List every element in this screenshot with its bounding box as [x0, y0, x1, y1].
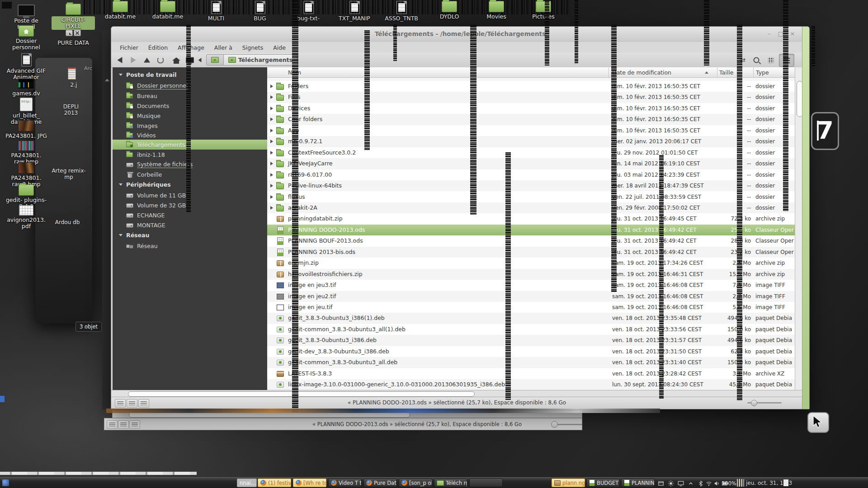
sidebar-item-syst-me-de-fichiers[interactable]: Système de fichiers	[113, 160, 267, 169]
grid-view-button[interactable]	[764, 54, 777, 66]
brightness-icon[interactable]	[668, 480, 674, 486]
file-row-gedit-3-8-3-0ubuntu3-i386-deb[interactable]: gedit_3.8.3-0ubuntu3_i386.debven. 18 oct…	[267, 335, 795, 346]
file-row-image-en-jeu3-tif[interactable]: image en jeu3.tifsam. 19 oct. 2013 16:46…	[267, 280, 795, 291]
expander-icon[interactable]	[270, 184, 273, 188]
taskbar-button-nnai[interactable]: nnai...	[237, 479, 257, 487]
menu-button[interactable]	[2, 479, 9, 486]
column-size[interactable]: Taille	[719, 69, 733, 76]
chevron-up-icon[interactable]	[688, 480, 694, 486]
close-mini-button[interactable]	[74, 30, 81, 36]
expander-icon[interactable]	[270, 107, 273, 110]
file-row-planning-2013-bis-ods[interactable]: PLANNING 2013-bis.odsjeu. 31 oct. 2013 1…	[267, 247, 795, 258]
expander-icon[interactable]	[270, 195, 273, 199]
desktop-icon-pa243801-raw-bmp[interactable]: PA243801. raw.bmp	[5, 141, 48, 165]
taskbar-button-budget-d[interactable]: BUDGET d...	[586, 479, 620, 487]
sidebar-section-p-riph-riques[interactable]: Périphériques	[119, 179, 171, 189]
sidebar-section-r-seau[interactable]: Réseau	[119, 230, 149, 240]
back-button[interactable]	[113, 54, 126, 66]
sidebar-item-volume-de-32-gb[interactable]: Volume de 32 GB	[113, 200, 267, 210]
refresh-button[interactable]	[154, 54, 167, 66]
menu-signets[interactable]: Signets	[238, 43, 267, 52]
file-row-planning-bouf-2013-ods[interactable]: PLANNING BOUF-2013.odsjeu. 31 oct. 2013 …	[267, 235, 795, 246]
file-row-hellovoillestroisfichiers-zip[interactable]: hellovoillestroisfichiers.zipsam. 19 oct…	[267, 269, 795, 280]
expander-icon[interactable]	[270, 206, 273, 210]
file-row-p4live-linux-64bits[interactable]: P4Live-linux-64bitsmer. 18 avril 2012 18…	[267, 180, 795, 191]
desktop-icon-advanced-gif-animator[interactable]: Advanced GIF Animator	[5, 53, 48, 80]
file-row-image-en-jeu-tif[interactable]: image en jeu.tifsam. 19 oct. 2013 16:46:…	[267, 302, 795, 313]
file-row-r8169-6-017-00[interactable]: r8169-6.017.00jeu. 03 mai 2012 14:23:39 …	[267, 169, 795, 180]
file-row-gedit-common-3-8-3-0ubuntu3-all-deb[interactable]: gedit-common_3.8.3-0ubuntu3_all.debven. …	[267, 357, 795, 368]
file-row-jkp-veejaycarre[interactable]: JKP-VeeJayCarrelun. 14 mai 2012 16:19:10…	[267, 158, 795, 169]
expander-icon[interactable]	[270, 129, 273, 132]
home-button[interactable]	[170, 54, 183, 66]
sidebar-section-poste-de-travail[interactable]: Poste de travail	[119, 70, 177, 80]
scrollbar-thumb[interactable]	[128, 391, 475, 397]
desktop-icon-dydlo[interactable]: DYDLO	[428, 1, 471, 20]
desktop-icon-databit-me[interactable]: databit.me	[146, 1, 189, 20]
file-row-gedit-dev-3-8-3-0ubuntu3-i386-deb[interactable]: gedit-dev_3.8.3-0ubuntu3_i386.debven. 18…	[267, 346, 795, 357]
file-row-gedit-common-3-8-3-0ubuntu3-all-1-deb[interactable]: gedit-common_3.8.3-0ubuntu3_all(1).debve…	[267, 324, 795, 335]
volume-icon[interactable]	[714, 480, 720, 486]
desktop-icon-avignon2013-pdf[interactable]: avignon2013. pdf	[5, 205, 48, 230]
file-row-app[interactable]: Appdim. 10 févr. 2013 16:50:35 CET--doss…	[267, 125, 795, 136]
expander-icon[interactable]	[270, 117, 273, 121]
column-date[interactable]: Date de modification	[612, 69, 671, 76]
expander-icon[interactable]	[270, 84, 273, 88]
window-icon[interactable]	[658, 480, 664, 486]
taskbar-button-item[interactable]	[469, 479, 503, 487]
places-toggle-button[interactable]	[107, 420, 118, 429]
taskbar-button-video-t-tor[interactable]: Video T tor...	[328, 479, 362, 487]
desktop-icon-databit-me[interactable]: databit.me	[99, 1, 142, 20]
sidebar-item-documents[interactable]: Documents	[113, 101, 267, 111]
zoom-slider-knob[interactable]	[751, 400, 757, 406]
window-titlebar[interactable]: Téléchargements - /home/lepole/Télécharg…	[111, 27, 809, 42]
file-row-files[interactable]: Filesdim. 10 févr. 2013 16:50:35 CET--do…	[267, 92, 795, 103]
desktop-icon-multi[interactable]: MULTI	[194, 1, 238, 22]
sidebar-item-r-seau[interactable]: Réseau	[113, 241, 267, 251]
column-name[interactable]: Nom	[288, 69, 301, 76]
sidebar-item-vid-os[interactable]: Vidéos	[113, 130, 267, 140]
taskbar-button-planning[interactable]: PLANNING	[621, 479, 655, 487]
desktop-icon-games-dv[interactable]: games.dv	[5, 79, 48, 97]
file-row-aorakit-2a[interactable]: aorakit-2Aven. 29 févr. 2008 17:50:02 CE…	[267, 202, 795, 213]
taskbar-button-t-l-ch-rge[interactable]: Téléch rge...	[434, 479, 467, 487]
desktop-icon-movies[interactable]: Movies	[475, 1, 518, 20]
close-button[interactable]: ×	[788, 29, 797, 38]
background-window-hscrollbar[interactable]	[112, 410, 582, 418]
file-row-linux-image-3-10-0-031000-generic-3-10-0-031000-201306301935-i386-deb[interactable]: linux-image-3.10.0-031000-generic_3.10.0…	[267, 379, 795, 390]
file-row-planningdatabit-zip[interactable]: planningdatabit.zipjeu. 31 oct. 2013 16:…	[267, 213, 795, 224]
desktop-icon-txt-manip[interactable]: TXT_MANIP	[333, 1, 376, 22]
file-row-devices[interactable]: Devicesdim. 10 févr. 2013 16:50:35 CET--…	[267, 103, 795, 114]
expander-icon[interactable]	[270, 173, 273, 177]
bluetooth-icon[interactable]	[698, 480, 704, 486]
zoom-slider-track[interactable]	[557, 424, 582, 425]
sidebar-item-montage[interactable]: MONTAGE	[113, 220, 267, 230]
path-scroll-left-button[interactable]	[196, 54, 203, 66]
computer-button[interactable]	[184, 54, 196, 66]
taskbar-button-wh-re-to[interactable]: [Wh re to ...	[293, 479, 326, 487]
sidebar-item-dossier-personnel[interactable]: Dossier personnel	[113, 81, 267, 91]
treeview-toggle-button[interactable]	[118, 420, 129, 429]
sidebar-item-t-l-chargements[interactable]: Téléchargements	[113, 140, 267, 150]
desktop-icon-pa243801-jpg[interactable]: PA243801. JPG	[5, 120, 48, 139]
sidebar-item-musique[interactable]: Musique	[113, 111, 267, 121]
restore-mini-button[interactable]	[66, 30, 73, 36]
expander-icon[interactable]	[270, 140, 273, 143]
desktop-icon-dossier-personnel[interactable]: Dossier personnel	[5, 25, 48, 51]
sidebar-item-bureau[interactable]: Bureau	[113, 91, 267, 101]
file-row-encmjn-zip[interactable]: encmjn.zipsam. 19 oct. 2013 17:34:26 CES…	[267, 258, 795, 268]
info-toggle-button[interactable]	[129, 420, 140, 429]
taskbar-button-1-festival[interactable]: (1) festival...	[258, 479, 291, 487]
desktop-icon-circuit-pixel[interactable]: CIRCUIT-PIXELPURE DATA	[52, 4, 95, 46]
file-row-fluxus[interactable]: fluxusven. 22 juil. 2011 08:33:59 CEST--…	[267, 192, 795, 202]
zoom-slider-track[interactable]	[747, 402, 782, 404]
search-button[interactable]	[750, 54, 763, 66]
menu-dition[interactable]: Édition	[144, 43, 172, 52]
display-icon[interactable]	[678, 480, 684, 486]
sidebar-item-corbeille[interactable]: Corbeille	[113, 169, 267, 179]
breadcrumb-home[interactable]	[206, 54, 224, 66]
scrollbar-thumb[interactable]	[129, 412, 410, 418]
file-row-contextfreesource3-0-2[interactable]: ContextFreeSource3.0.2jeu. 29 nov. 2012 …	[267, 147, 795, 158]
desktop-icon-pa243801-raw2-bmp[interactable]: PA243801. raw2.bmp	[5, 162, 48, 188]
file-row-image-en-jeu2-tif[interactable]: image en jeu2.tifsam. 19 oct. 2013 16:46…	[267, 291, 795, 302]
